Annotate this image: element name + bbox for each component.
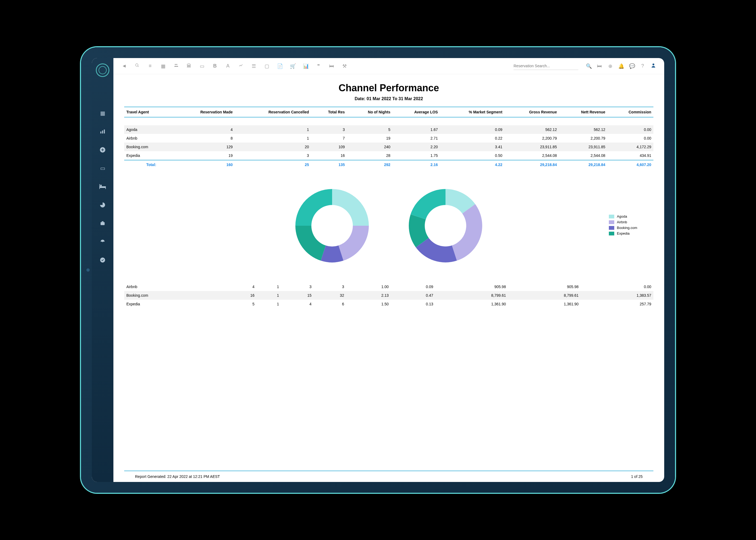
list-icon[interactable]: ≡: [147, 63, 153, 69]
cart-icon[interactable]: 🛒: [290, 63, 295, 69]
svg-point-7: [100, 185, 102, 186]
sidebar: ▦ ▭: [92, 58, 113, 482]
building-icon[interactable]: 🏛: [186, 63, 192, 69]
legend-item: Agoda: [609, 214, 637, 218]
screen: ▦ ▭ ◄: [92, 58, 664, 482]
legend-label: Booking.com: [617, 226, 637, 230]
document-icon[interactable]: 📄: [277, 63, 283, 69]
report-content: Channel Performance Date: 01 Mar 2022 To…: [113, 74, 664, 471]
bell-icon[interactable]: 🔔: [618, 63, 624, 69]
back-icon[interactable]: ◄: [121, 63, 127, 69]
image-icon[interactable]: ▢: [264, 63, 270, 69]
app-logo-icon[interactable]: [96, 64, 109, 77]
total-row: Total:160251352922.164.2229,218.8429,218…: [124, 160, 653, 169]
table-row: Expedia19316281.750.502,544.082,544.0843…: [124, 151, 653, 160]
help-icon[interactable]: ?: [640, 63, 645, 69]
th-nights: No of Nights: [347, 107, 393, 117]
report-title: Channel Performance: [124, 82, 653, 94]
stats-icon[interactable]: 📊: [303, 63, 308, 69]
legend-swatch: [609, 220, 614, 224]
svg-point-12: [136, 64, 138, 66]
table-row: Agoda41351.670.09562.12562.120.00: [124, 125, 653, 134]
chat-icon[interactable]: 💬: [629, 63, 635, 69]
svg-point-10: [102, 241, 103, 242]
legend-item: Booking.com: [609, 226, 637, 230]
grid-icon[interactable]: ▦: [99, 109, 106, 117]
svg-line-13: [138, 66, 139, 67]
table-row: Booking.com129201092402.203.4123,911.852…: [124, 143, 653, 151]
th-nett: Nett Revenue: [559, 107, 607, 117]
secondary-table: Airbnb41331.000.09905.98905.980.00Bookin…: [124, 282, 653, 308]
charts-area: AgodaAirbnbBooking.comExpedia: [124, 183, 653, 269]
svg-rect-9: [102, 221, 104, 222]
bed-toolbar-icon[interactable]: 🛏: [329, 63, 334, 69]
book-icon[interactable]: ▭: [199, 63, 205, 69]
bed-icon[interactable]: [99, 183, 106, 190]
people-icon[interactable]: [173, 63, 179, 69]
gauge-icon[interactable]: [99, 238, 106, 245]
search-input[interactable]: [514, 62, 578, 70]
svg-point-16: [653, 64, 655, 66]
tablet-frame: ▦ ▭ ◄: [81, 47, 675, 493]
legend-label: Expedia: [617, 231, 630, 235]
briefcase-icon[interactable]: [99, 219, 106, 227]
th-gross: Gross Revenue: [505, 107, 559, 117]
svg-rect-1: [102, 130, 103, 133]
donut-chart-1: [289, 183, 375, 269]
check-icon[interactable]: [99, 256, 106, 264]
donut-slice: [338, 226, 369, 261]
th-made: Reservation Made: [173, 107, 235, 117]
legend-swatch: [609, 215, 614, 218]
line-chart-icon[interactable]: [238, 63, 244, 69]
bed-action-icon[interactable]: 🛏: [597, 63, 602, 69]
bold-icon[interactable]: B: [212, 63, 218, 69]
search-icon[interactable]: [134, 63, 140, 69]
quote-icon[interactable]: ❞: [316, 63, 321, 69]
report-date-range: Date: 01 Mar 2022 To 31 Mar 2022: [124, 96, 653, 101]
table-icon[interactable]: ▦: [160, 63, 166, 69]
generated-timestamp: Report Generated: 22 Apr 2022 at 12:21 P…: [135, 474, 220, 479]
svg-rect-4: [99, 186, 106, 188]
table-header-row: Travel Agent Reservation Made Reservatio…: [124, 107, 653, 117]
user-icon[interactable]: [651, 63, 656, 69]
card-icon[interactable]: ▭: [99, 165, 106, 172]
donut-slice: [411, 189, 445, 219]
page-indicator: 1 of 25: [631, 474, 643, 479]
donut-slice: [332, 189, 369, 226]
add-icon[interactable]: [99, 146, 106, 154]
donut-chart-2: [402, 183, 489, 269]
camera-icon: [86, 268, 90, 272]
font-icon[interactable]: A: [225, 63, 231, 69]
legend-item: Airbnb: [609, 220, 637, 224]
svg-point-15: [176, 64, 178, 65]
table-row: Airbnb41331.000.09905.98905.980.00: [124, 282, 653, 291]
table-row: Booking.com16115322.130.478,799.618,799.…: [124, 291, 653, 300]
pie-icon[interactable]: [99, 201, 106, 209]
svg-rect-5: [99, 184, 100, 189]
table-row: Expedia51461.500.131,361.901,361.90257.7…: [124, 300, 653, 308]
legend-label: Airbnb: [617, 220, 627, 224]
search-action-icon[interactable]: 🔍: [586, 63, 591, 69]
legend-swatch: [609, 232, 614, 235]
numbered-list-icon[interactable]: ☰: [251, 63, 257, 69]
legend-swatch: [609, 226, 614, 230]
globe-icon[interactable]: ⊕: [607, 63, 613, 69]
th-los: Average LOS: [393, 107, 440, 117]
donut-slice: [452, 204, 482, 261]
chart-legend: AgodaAirbnbBooking.comExpedia: [609, 214, 637, 237]
svg-point-14: [175, 64, 176, 65]
tools-icon[interactable]: ⚒: [342, 63, 347, 69]
donut-slice: [295, 189, 332, 226]
main-area: ◄ ≡ ▦ 🏛 ▭ B A ☰ ▢ 📄 🛒: [113, 58, 664, 482]
toolbar: ◄ ≡ ▦ 🏛 ▭ B A ☰ ▢ 📄 🛒: [113, 58, 664, 74]
svg-rect-0: [100, 131, 101, 133]
th-agent: Travel Agent: [124, 107, 173, 117]
table-row: Airbnb817192.710.222,200.792,200.790.00: [124, 134, 653, 143]
th-pct: % Market Segment: [440, 107, 505, 117]
svg-rect-6: [105, 186, 106, 189]
report-footer: Report Generated: 22 Apr 2022 at 12:21 P…: [124, 471, 653, 482]
donut-slice: [295, 226, 325, 261]
chart-icon[interactable]: [99, 128, 106, 135]
legend-label: Agoda: [617, 214, 627, 218]
legend-item: Expedia: [609, 231, 637, 235]
